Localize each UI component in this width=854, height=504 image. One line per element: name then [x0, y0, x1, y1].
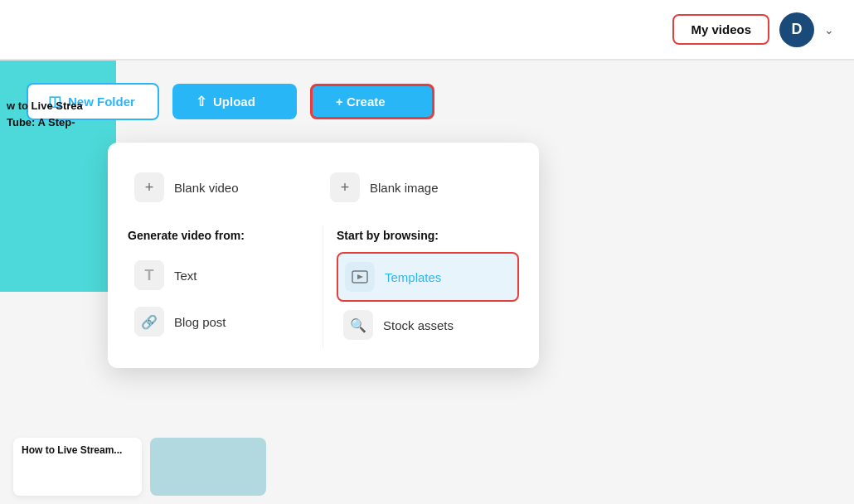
blog-post-item[interactable]: 🔗 Blog post	[128, 298, 309, 345]
text-item[interactable]: T Text	[128, 252, 309, 298]
link-icon: 🔗	[134, 307, 164, 337]
dropdown-columns: Generate video from: T Text 🔗 Blog post …	[128, 225, 519, 348]
avatar[interactable]: D	[779, 12, 814, 47]
browse-section-label: Start by browsing:	[337, 229, 519, 242]
generate-section-label: Generate video from:	[128, 229, 309, 242]
create-dropdown: + Blank video + Blank image Generate vid…	[108, 143, 539, 368]
blank-image-item[interactable]: + Blank image	[323, 162, 519, 212]
templates-item[interactable]: Templates	[337, 252, 519, 302]
main-content: ◫ New Folder ⇧ Upload + Create + Blank v…	[0, 60, 854, 170]
templates-icon	[345, 262, 375, 292]
background-text: w to Live Strea Tube: A Step-	[0, 91, 112, 137]
blank-video-item[interactable]: + Blank video	[128, 162, 323, 212]
header-right: My videos D ⌄	[672, 12, 834, 47]
toolbar: ◫ New Folder ⇧ Upload + Create	[27, 83, 827, 120]
chevron-down-icon[interactable]: ⌄	[824, 23, 834, 36]
text-icon: T	[134, 260, 164, 290]
blank-image-icon: +	[330, 172, 360, 202]
bottom-content-strip: How to Live Stream...	[0, 429, 854, 504]
content-card-1: How to Live Stream...	[13, 438, 142, 496]
header-divider	[0, 60, 854, 61]
content-card-2	[150, 438, 266, 496]
header: My videos D ⌄	[0, 0, 854, 60]
svg-marker-1	[357, 274, 363, 279]
upload-icon: ⇧	[196, 94, 206, 109]
blank-video-icon: +	[134, 172, 164, 202]
search-icon: 🔍	[343, 310, 373, 340]
stock-assets-item[interactable]: 🔍 Stock assets	[337, 302, 519, 348]
create-button[interactable]: + Create	[310, 84, 434, 119]
upload-button[interactable]: ⇧ Upload	[172, 84, 297, 119]
generate-video-column: Generate video from: T Text 🔗 Blog post	[128, 225, 323, 348]
my-videos-button[interactable]: My videos	[672, 14, 769, 45]
browse-column: Start by browsing: Templates 🔍 Stock ass…	[323, 225, 519, 348]
dropdown-top-items: + Blank video + Blank image	[128, 162, 519, 212]
